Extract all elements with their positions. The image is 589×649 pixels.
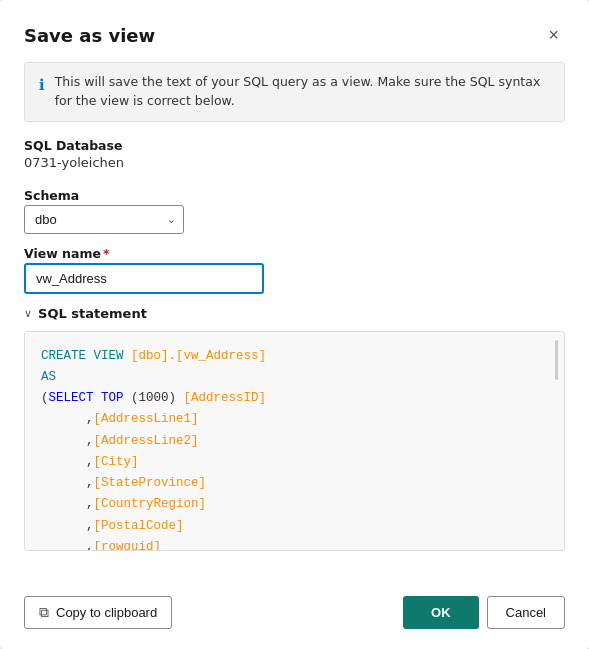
sql-line: AS: [41, 367, 548, 388]
copy-icon: ⧉: [39, 604, 49, 621]
dialog-title: Save as view: [24, 25, 155, 46]
scrollbar-hint: [555, 340, 558, 380]
sql-statement-section: ∨ SQL statement CREATE VIEW [dbo].[vw_Ad…: [24, 306, 565, 581]
copy-to-clipboard-button[interactable]: ⧉ Copy to clipboard: [24, 596, 172, 629]
close-button[interactable]: ×: [542, 24, 565, 46]
schema-label: Schema: [24, 188, 565, 203]
action-buttons: OK Cancel: [403, 596, 565, 629]
sql-line: ,[AddressLine1]: [41, 409, 548, 430]
sql-line: ,[rowguid]: [41, 537, 548, 551]
sql-database-label: SQL Database: [24, 138, 565, 153]
dialog-footer: ⧉ Copy to clipboard OK Cancel: [24, 596, 565, 629]
schema-select[interactable]: dbo: [24, 205, 184, 234]
save-as-view-dialog: Save as view × ℹ This will save the text…: [0, 0, 589, 649]
sql-database-group: SQL Database 0731-yoleichen: [24, 138, 565, 176]
view-name-group: View name*: [24, 246, 565, 294]
ok-button[interactable]: OK: [403, 596, 479, 629]
sql-line: CREATE VIEW [dbo].[vw_Address]: [41, 346, 548, 367]
sql-section-label: SQL statement: [38, 306, 147, 321]
dialog-header: Save as view ×: [24, 24, 565, 46]
chevron-down-icon: ∨: [24, 307, 32, 320]
sql-line: ,[City]: [41, 452, 548, 473]
required-marker: *: [103, 246, 110, 261]
sql-line: ,[AddressLine2]: [41, 431, 548, 452]
sql-line: ,[StateProvince]: [41, 473, 548, 494]
info-banner: ℹ This will save the text of your SQL qu…: [24, 62, 565, 122]
sql-line: ,[CountryRegion]: [41, 494, 548, 515]
view-name-input[interactable]: [24, 263, 264, 294]
sql-database-value: 0731-yoleichen: [24, 155, 565, 170]
schema-select-wrapper: dbo ⌄: [24, 205, 184, 234]
info-banner-text: This will save the text of your SQL quer…: [55, 73, 550, 111]
view-name-label: View name*: [24, 246, 565, 261]
cancel-button[interactable]: Cancel: [487, 596, 565, 629]
sql-section-toggle[interactable]: ∨ SQL statement: [24, 306, 565, 321]
info-icon: ℹ: [39, 74, 45, 111]
sql-line: ,[PostalCode]: [41, 516, 548, 537]
sql-line: (SELECT TOP (1000) [AddressID]: [41, 388, 548, 409]
sql-statement-box[interactable]: CREATE VIEW [dbo].[vw_Address] AS (SELEC…: [24, 331, 565, 551]
schema-group: Schema dbo ⌄: [24, 188, 565, 234]
copy-label: Copy to clipboard: [56, 605, 157, 620]
